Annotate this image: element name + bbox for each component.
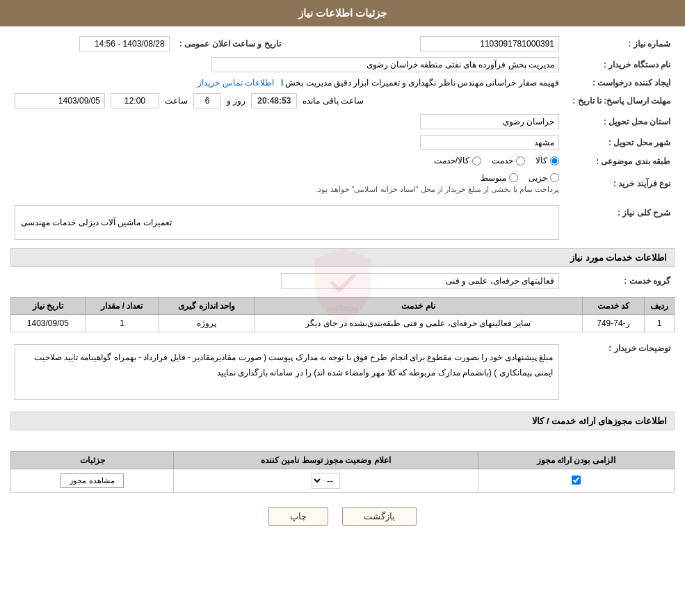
category-label: طبقه بندی موضوعی : [563,153,675,170]
col-count: تعداد / مقدار [85,298,159,315]
back-button[interactable]: بازگشت [342,507,417,526]
buyer-notes-table: توضیحات خریدار : مبلغ پیشنهادی خود را بص… [10,338,675,406]
need-number-box: 1103091781000391 [420,36,559,51]
need-desc-value: تعمیرات ماشین آلات دیزلی خدمات مهندسی [10,202,563,243]
province-box: خراسان رضوی [420,114,559,129]
purchase-type-row: جزیی متوسط پرداخت تمام یا بخشی از مبلغ خ… [10,170,563,197]
need-desc-label: شرح کلی نیاز : [563,202,675,243]
buyer-notes-value: مبلغ پیشنهادی خود را بصورت مقطوع برای ان… [10,338,563,406]
main-content: anaTender شماره نیاز : 1103091781000391 … [0,26,685,546]
days-label: روز و [227,96,245,106]
services-section-header: اطلاعات خدمات مورد نیاز [10,248,675,267]
license-details-cell: مشاهده مجوز [11,469,174,493]
license-mandatory-cell [478,469,674,493]
license-table: الزامی بودن ارائه مجوز اعلام وضعیت مجوز … [10,451,675,493]
time-label: ساعت [165,96,188,106]
page-container: جزئیات اطلاعات نیاز anaTender شماره نیاز… [0,0,685,616]
col-mandatory: الزامی بودن ارائه مجوز [478,452,674,469]
requester-row: فهیمه صفار خراسانی مهندس ناظر نگهداری و … [10,75,563,90]
buyer-org-label: نام دستگاه خریدار : [563,54,675,75]
buyer-org-box: مدیریت پخش فرآورده های نفتی منطقه خراسان… [211,57,559,72]
radio-kala-khadamat-label: کالا/خدمت [434,156,469,165]
response-date-row: ساعت باقی مانده 20:48:53 روز و 6 ساعت 12… [10,90,563,111]
radio-khadamat: خدمت [492,156,525,165]
radio-mottaset-label: متوسط [481,173,506,183]
remaining-value: 20:48:53 [251,93,297,108]
need-number-label: شماره نیاز : [563,33,675,54]
announce-date-box: 1403/08/28 - 14:56 [79,36,170,51]
page-header: جزئیات اطلاعات نیاز [0,0,685,26]
buyer-notes-box: مبلغ پیشنهادی خود را بصورت مقطوع برای ان… [15,344,559,400]
buyer-notes-label: توضیحات خریدار : [563,338,675,406]
license-mandatory-checkbox[interactable] [572,476,581,485]
col-status: اعلام وضعیت مجوز توسط نامین کننده [174,452,478,469]
need-number-value: 1103091781000391 [320,33,563,54]
city-label: شهر محل تحویل : [563,132,675,153]
service-group-value: فعالیتهای حرفه‌ای، علمی و فنی [10,270,563,291]
radio-khadamat-label: خدمت [492,156,513,165]
col-row: ردیف [645,298,675,315]
service-group-box: فعالیتهای حرفه‌ای، علمی و فنی [281,273,559,289]
category-row: کالا خدمت کالا/خدمت [10,153,563,170]
time-value: 12:00 [111,93,159,108]
days-value: 6 [193,93,221,108]
col-unit: واحد اندازه گیری [159,298,255,315]
need-desc-box: تعمیرات ماشین آلات دیزلی خدمات مهندسی [15,205,559,240]
radio-mottaset: متوسط [481,173,518,183]
province-value: خراسان رضوی [10,111,563,132]
need-desc-table: شرح کلی نیاز : تعمیرات ماشین آلات دیزلی … [10,202,675,243]
radio-mottaset-input[interactable] [509,173,518,182]
service-group-table: گروه خدمت : فعالیتهای حرفه‌ای، علمی و فن… [10,270,675,291]
requester-value: فهیمه صفار خراسانی مهندس ناظر نگهداری و … [281,78,559,88]
col-name: نام خدمت [254,298,582,315]
service-group-label: گروه خدمت : [563,270,675,291]
radio-kala-label: کالا [535,156,547,165]
print-button[interactable]: چاپ [268,507,328,526]
radio-jozi-label: جزیی [529,173,547,183]
view-license-button[interactable]: مشاهده مجوز [61,473,123,488]
radio-jozi-input[interactable] [550,173,559,182]
license-section-header: اطلاعات مجوزهای ارائه خدمت / کالا [10,412,675,430]
license-row: -- مشاهده مجوز [11,469,675,493]
requester-link[interactable]: اطلاعات تماس خریدار [198,78,274,88]
license-status-select[interactable]: -- [312,473,340,489]
requester-label: ایجاد کننده درخواست : [563,75,675,90]
announce-date-value: 1403/08/28 - 14:56 [10,33,174,54]
radio-kala-khadamat: کالا/خدمت [434,156,481,165]
info-table: شماره نیاز : 1103091781000391 تاریخ و سا… [10,33,675,197]
page-title: جزئیات اطلاعات نیاز [298,7,387,19]
radio-kala-input[interactable] [550,156,559,165]
services-table: ردیف کد خدمت نام خدمت واحد اندازه گیری ت… [10,297,675,332]
purchase-desc: پرداخت تمام یا بخشی از مبلغ خریدار از مح… [316,185,559,193]
province-label: استان محل تحویل : [563,111,675,132]
announce-date-label: تاریخ و ساعت اعلان عمومی : [174,33,285,54]
purchase-type-label: نوع فرآیند خرید : [563,170,675,197]
response-date-label: مهلت ارسال پاسخ: تا تاریخ : [563,90,675,111]
city-value: مشهد [10,132,563,153]
col-code: کد خدمت [582,298,644,315]
buyer-org-value: مدیریت پخش فرآورده های نفتی منطقه خراسان… [10,54,563,75]
license-status-cell: -- [174,469,478,493]
col-date: تاریخ نیاز [11,298,86,315]
radio-jozi: جزیی [529,173,559,183]
radio-khadamat-input[interactable] [516,156,525,165]
city-box: مشهد [420,135,559,150]
radio-kala-khadamat-input[interactable] [472,156,481,165]
col-details: جزئیات [11,452,174,469]
remaining-label: ساعت باقی مانده [303,96,364,106]
table-row: 1 ز-74-749 سایر فعالیتهای حرفه‌ای، علمی … [11,315,675,332]
response-date-value: 1403/09/05 [15,93,105,108]
action-buttons: بازگشت چاپ [10,507,675,526]
radio-kala: کالا [535,156,559,165]
